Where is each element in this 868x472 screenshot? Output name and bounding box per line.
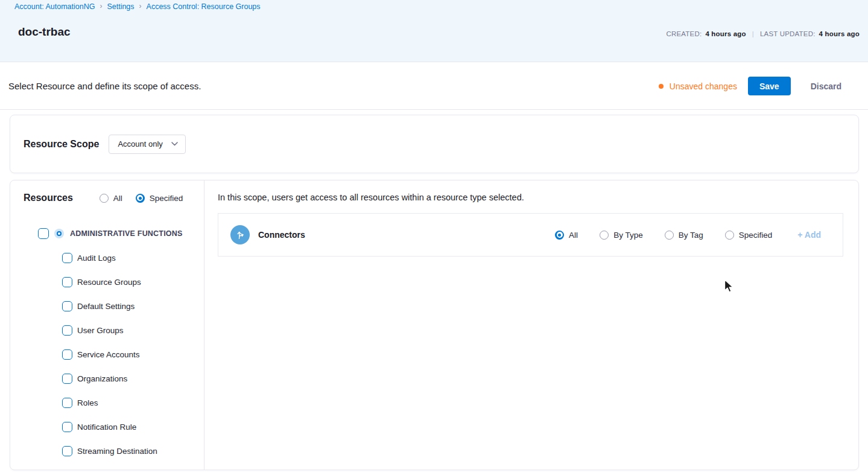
list-item-label: Resource Groups [77,278,141,287]
save-button[interactable]: Save [748,77,791,95]
radio-selected-icon[interactable] [136,194,145,203]
checkbox-icon[interactable] [62,325,72,336]
unsaved-changes-indicator: Unsaved changes [659,81,737,91]
list-item-resource-groups[interactable]: Resource Groups [10,270,204,294]
created-label: CREATED: [666,30,702,37]
list-item-service-accounts[interactable]: Service Accounts [10,342,204,366]
checkbox-icon[interactable] [62,349,72,360]
scope-detail-panel: In this scope, users get access to all r… [204,180,858,470]
list-item-label: Audit Logs [77,254,116,263]
radio-selected-icon[interactable] [555,231,564,240]
list-item-default-settings[interactable]: Default Settings [10,294,204,318]
connectors-radio-specified[interactable]: Specified [725,231,773,240]
radio-icon[interactable] [100,194,109,203]
radio-icon[interactable] [725,231,734,240]
connectors-row: Connectors All By Type By Tag [218,213,843,257]
unsaved-dot-icon [659,84,664,89]
resource-scope-title: Resource Scope [24,139,99,150]
unsaved-changes-label: Unsaved changes [670,81,737,91]
breadcrumb-link-account[interactable]: Account: AutomationNG [14,2,95,11]
connectors-radio-by-type[interactable]: By Type [600,231,643,240]
connectors-radio-specified-label: Specified [739,231,773,240]
resources-panel-header: Resources All Specified [10,180,204,203]
connectors-row-title: Connectors [258,230,305,240]
action-buttons: Unsaved changes Save Discard [659,77,851,96]
updated-label: LAST UPDATED: [760,30,816,37]
list-item-streaming-destination[interactable]: Streaming Destination [10,439,204,463]
resources-radio-all[interactable]: All [100,194,122,203]
chevron-down-icon [171,142,178,146]
list-item-label: Notification Rule [77,423,136,432]
radio-icon[interactable] [665,231,674,240]
group-label: ADMINISTRATIVE FUNCTIONS [70,229,183,238]
list-item-audit-logs[interactable]: Audit Logs [10,246,204,270]
connectors-radio-all[interactable]: All [555,231,578,240]
page-header: Account: AutomationNG › Settings › Acces… [0,0,868,62]
chevron-right-icon: › [100,2,102,10]
group-checkbox[interactable] [38,228,49,239]
checkbox-icon[interactable] [62,374,72,384]
page: Account: AutomationNG › Settings › Acces… [0,0,868,472]
resource-scope-selected-value: Account only [118,139,162,148]
checkbox-icon[interactable] [62,301,72,311]
resources-panel: Resources All Specified ADMINISTRATIVE F… [10,180,204,470]
page-title: doc-trbac [18,25,71,39]
connectors-radio-by-tag[interactable]: By Tag [665,231,703,240]
list-item-roles[interactable]: Roles [10,391,204,415]
checkbox-icon[interactable] [62,446,72,456]
connectors-radio-by-type-label: By Type [613,231,643,240]
connectors-radio-all-label: All [569,231,578,240]
resources-card: Resources All Specified ADMINISTRATIVE F… [10,180,859,470]
list-item-organizations[interactable]: Organizations [10,366,204,391]
breadcrumb-link-settings[interactable]: Settings [107,2,134,11]
checkbox-icon[interactable] [62,398,72,408]
breadcrumb: Account: AutomationNG › Settings › Acces… [14,2,261,11]
radio-icon[interactable] [600,231,609,240]
meta-divider: | [752,30,754,37]
checkbox-icon[interactable] [62,422,72,432]
resource-scope-card: Resource Scope Account only [10,115,859,173]
list-item-label: Roles [77,398,98,407]
list-item-label: Service Accounts [77,350,140,359]
resource-type-list: Audit Logs Resource Groups Default Setti… [10,246,204,463]
updated-value: 4 hours ago [819,30,860,37]
resource-scope-dropdown[interactable]: Account only [109,135,185,154]
resources-radio-specified[interactable]: Specified [136,194,183,203]
checkbox-icon[interactable] [62,253,72,263]
list-item-label: Streaming Destination [77,447,157,456]
resources-title: Resources [24,193,73,203]
list-item-label: Organizations [77,374,127,383]
connectors-access-options: All By Type By Tag Specified + Add [533,230,843,240]
checkbox-icon[interactable] [62,277,72,287]
add-resources-link[interactable]: + Add [797,230,821,240]
list-item-user-groups[interactable]: User Groups [10,318,204,342]
timestamps: CREATED: 4 hours ago | LAST UPDATED: 4 h… [666,30,860,37]
action-bar: Select Resource and define its scope of … [0,63,868,110]
connectors-radio-by-tag-label: By Tag [679,231,703,240]
created-value: 4 hours ago [705,30,746,37]
scope-note: In this scope, users get access to all r… [218,193,843,202]
list-item-label: Default Settings [77,302,135,311]
list-item-notification-rule[interactable]: Notification Rule [10,415,204,439]
breadcrumb-link-access-control[interactable]: Access Control: Resource Groups [147,2,261,11]
resources-radio-specified-label: Specified [150,194,183,203]
chevron-right-icon: › [139,2,142,10]
connectors-icon [230,225,250,244]
list-item-label: User Groups [77,326,124,335]
group-indicator-icon [54,229,64,238]
discard-button[interactable]: Discard [801,77,851,96]
action-description: Select Resource and define its scope of … [8,81,201,91]
group-administrative-functions[interactable]: ADMINISTRATIVE FUNCTIONS [10,228,204,240]
resources-radio-all-label: All [113,194,122,203]
